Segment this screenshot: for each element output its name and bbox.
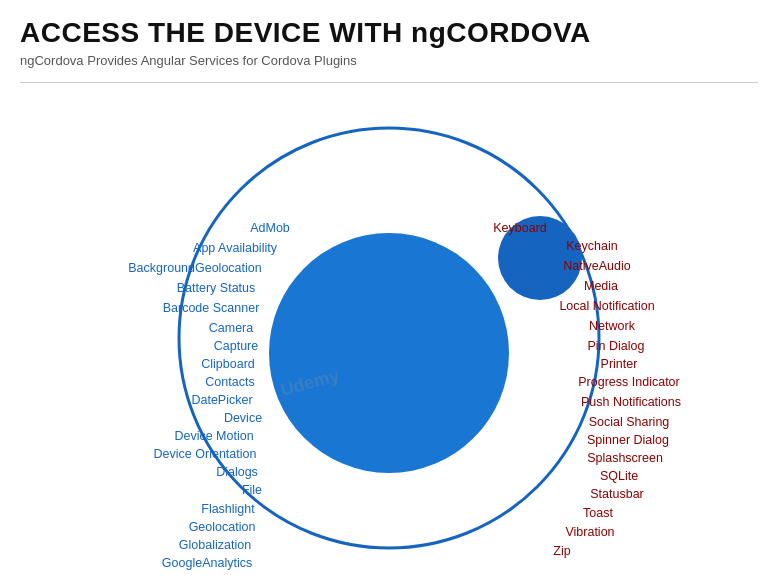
label-push-notifications: Push Notifications — [581, 395, 681, 409]
label-flashlight: Flashlight — [201, 502, 255, 516]
label-sqlite: SQLite — [600, 469, 638, 483]
label-datepicker: DatePicker — [191, 393, 252, 407]
label-capture: Capture — [214, 339, 258, 353]
label-social-sharing: Social Sharing — [589, 415, 670, 429]
label-zip: Zip — [553, 544, 570, 558]
label-toast: Toast — [583, 506, 613, 520]
page-title: ACCESS THE DEVICE WITH ngCORDOVA — [20, 18, 758, 49]
label-statusbar: Statusbar — [590, 487, 644, 501]
label-media: Media — [584, 279, 618, 293]
label-clipboard: Clipboard — [201, 357, 255, 371]
label-background-geolocation: BackgroundGeolocation — [128, 261, 261, 275]
label-spinner-dialog: Spinner Dialog — [587, 433, 669, 447]
label-network: Network — [589, 319, 635, 333]
label-battery-status: Battery Status — [177, 281, 256, 295]
label-local-notification: Local Notification — [559, 299, 654, 313]
label-progress-indicator: Progress Indicator — [578, 375, 679, 389]
diagram-svg — [0, 83, 778, 573]
label-file: File — [242, 483, 262, 497]
label-keychain: Keychain — [566, 239, 617, 253]
header: ACCESS THE DEVICE WITH ngCORDOVA ngCordo… — [0, 0, 778, 74]
label-pin-dialog: Pin Dialog — [588, 339, 645, 353]
label-dialogs: Dialogs — [216, 465, 258, 479]
label-device-orientation: Device Orientation — [154, 447, 257, 461]
inner-circle — [269, 233, 509, 473]
page-subtitle: ngCordova Provides Angular Services for … — [20, 53, 758, 68]
label-device: Device — [224, 411, 262, 425]
label-google-analytics: GoogleAnalytics — [162, 556, 252, 570]
label-geolocation: Geolocation — [189, 520, 256, 534]
label-device-motion: Device Motion — [174, 429, 253, 443]
label-globalization: Globalization — [179, 538, 251, 552]
label-keyboard: Keyboard — [493, 221, 547, 235]
diagram-area: Udemy AdMob App Availability BackgroundG… — [0, 83, 778, 573]
label-camera: Camera — [209, 321, 253, 335]
label-barcode-scanner: Barcode Scanner — [163, 301, 260, 315]
label-vibration: Vibration — [565, 525, 614, 539]
label-admob: AdMob — [250, 221, 290, 235]
label-native-audio: NativeAudio — [563, 259, 630, 273]
label-splashscreen: Splashscreen — [587, 451, 663, 465]
label-app-availability: App Availability — [193, 241, 277, 255]
label-printer: Printer — [601, 357, 638, 371]
label-contacts: Contacts — [205, 375, 254, 389]
